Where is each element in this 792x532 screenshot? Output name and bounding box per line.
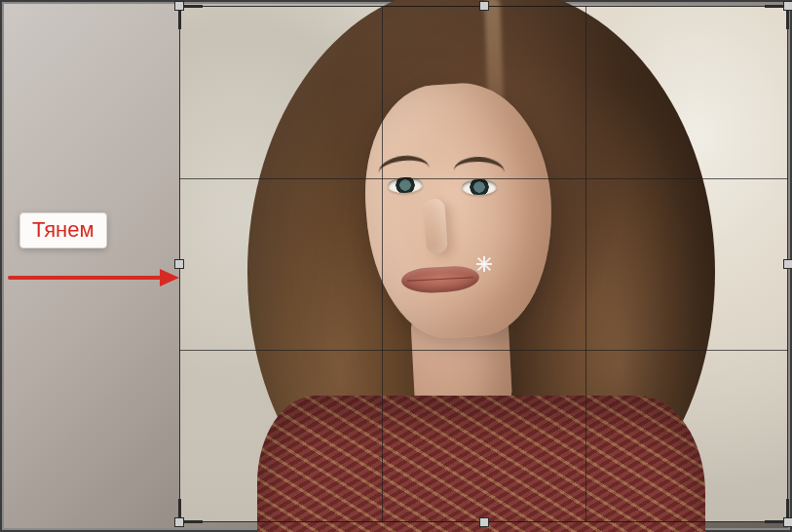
annotation-tooltip: Тянем [19,212,107,248]
editor-canvas: Тянем [0,0,792,532]
crop-rectangle[interactable] [179,6,788,522]
crop-handle-left[interactable] [174,259,184,269]
crop-handle-top-right[interactable] [783,1,792,11]
crop-handle-top[interactable] [479,1,489,11]
grid-vertical-2 [585,6,586,522]
grid-horizontal-2 [179,350,788,351]
crop-handle-bottom[interactable] [479,517,489,527]
grid-horizontal-1 [179,178,788,179]
crop-handle-right[interactable] [783,259,792,269]
grid-vertical-1 [382,6,383,522]
crop-handle-bottom-right[interactable] [783,517,792,527]
photo-clothing [257,396,705,532]
photo-nose [423,198,448,253]
crop-handle-top-left[interactable] [174,1,184,11]
crop-handle-bottom-left[interactable] [174,517,184,527]
